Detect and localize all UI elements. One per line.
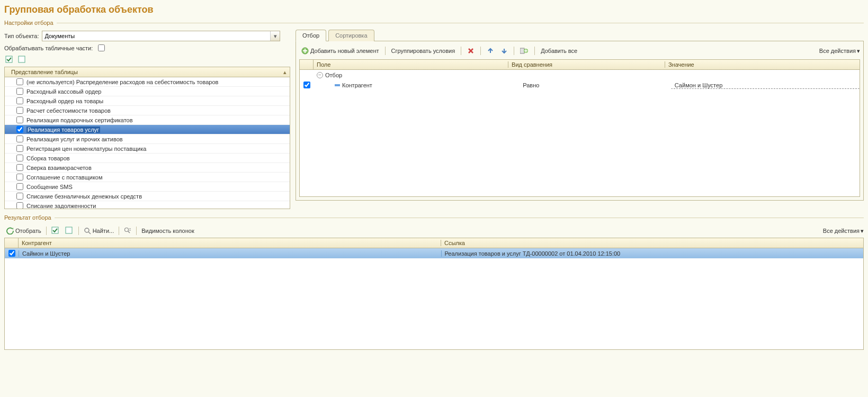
add-all-text-button[interactable]: Добавить все bbox=[539, 47, 579, 55]
condition-checkbox[interactable] bbox=[303, 82, 310, 88]
search-icon bbox=[84, 227, 91, 234]
dropdown-icon[interactable]: ▾ bbox=[270, 31, 280, 41]
result-check-all-icon[interactable] bbox=[49, 225, 62, 236]
tree-item[interactable]: Сборка товаров bbox=[5, 154, 290, 163]
tree-item[interactable]: Расчет себестоимости товаров bbox=[5, 106, 290, 115]
tree-item[interactable]: Соглашение с поставщиком bbox=[5, 173, 290, 182]
svg-rect-6 bbox=[66, 227, 72, 233]
tree-item-checkbox[interactable] bbox=[16, 88, 23, 95]
object-type-combobox[interactable]: ▾ bbox=[42, 31, 280, 41]
settings-fieldset-label: Настройки отбора bbox=[4, 20, 864, 26]
result-all-actions-button[interactable]: Все действия ▾ bbox=[823, 228, 864, 234]
filter-condition-row[interactable]: Контрагент Равно Саймон и Шустер bbox=[300, 80, 860, 90]
tree-item-label: (не используется) Распределение расходов… bbox=[26, 79, 218, 85]
tree-item-checkbox[interactable] bbox=[16, 155, 23, 161]
result-col-link: Ссылка bbox=[441, 240, 863, 246]
result-link: Реализация товаров и услуг ТД-00000002 о… bbox=[441, 250, 864, 257]
visibility-text-button[interactable]: Видимость колонок bbox=[139, 227, 196, 235]
sort-indicator-icon[interactable]: ▴ bbox=[283, 69, 287, 76]
tree-item[interactable]: Сообщение SMS bbox=[5, 182, 290, 192]
tree-item[interactable]: (не используется) Распределение расходов… bbox=[5, 77, 290, 87]
move-up-button[interactable] bbox=[485, 46, 496, 56]
process-tabular-checkbox[interactable] bbox=[98, 44, 105, 51]
tree-item[interactable]: Сверка взаиморасчетов bbox=[5, 163, 290, 173]
group-conditions-button[interactable]: Сгруппировать условия bbox=[389, 47, 458, 55]
check-all-icon[interactable] bbox=[4, 55, 15, 65]
object-type-label: Тип объекта: bbox=[4, 33, 39, 39]
result-fieldset-label: Результат отбора bbox=[4, 214, 864, 221]
tree-item-label: Списание задолженности bbox=[26, 203, 96, 209]
add-all-icon-button[interactable] bbox=[518, 46, 531, 56]
tree-item-checkbox[interactable] bbox=[16, 78, 23, 85]
field-icon bbox=[335, 84, 340, 86]
tree-item-label: Реализация товаров услуг bbox=[26, 127, 100, 133]
tree-item-checkbox[interactable] bbox=[16, 107, 23, 114]
arrow-down-icon bbox=[500, 47, 508, 55]
result-toolbar: Отобрать Найти... Видимость колонок Все … bbox=[4, 224, 864, 238]
all-actions-label: Все действия bbox=[819, 48, 856, 54]
result-col-contractor: Контрагент bbox=[19, 240, 441, 246]
condition-value: Саймон и Шустер bbox=[671, 82, 860, 89]
tree-list[interactable]: (не используется) Распределение расходов… bbox=[5, 77, 290, 209]
tree-item-checkbox[interactable] bbox=[16, 145, 23, 152]
filter-root-row[interactable]: − Отбор bbox=[300, 70, 860, 80]
tree-item-checkbox[interactable] bbox=[16, 136, 23, 142]
chevron-down-icon: ▾ bbox=[861, 228, 864, 234]
tree-item-label: Расходный кассовый ордер bbox=[26, 88, 101, 95]
svg-rect-1 bbox=[19, 56, 25, 62]
tree-item[interactable]: Реализация товаров услуг bbox=[5, 125, 290, 134]
tab-sort[interactable]: Сортировка bbox=[328, 30, 374, 41]
tree-item[interactable]: Списание задолженности bbox=[5, 201, 290, 209]
tree-item[interactable]: Расходный кассовый ордер bbox=[5, 87, 290, 96]
tree-item-checkbox[interactable] bbox=[16, 97, 23, 104]
tab-filter[interactable]: Отбор bbox=[296, 30, 326, 41]
tree-item-label: Списание безналичных денежных средств bbox=[26, 193, 142, 200]
condition-comparison: Равно bbox=[519, 82, 671, 89]
tree-item-label: Регистрация цен номенклатуры поставщика bbox=[26, 146, 146, 152]
add-element-label: Добавить новый элемент bbox=[310, 48, 379, 54]
tree-item[interactable]: Реализация подарочных сертификатов bbox=[5, 115, 290, 125]
process-tabular-label: Обрабатывать табличные части: bbox=[4, 45, 93, 51]
filter-col-field: Поле bbox=[314, 61, 508, 68]
tree-item-checkbox[interactable] bbox=[16, 126, 23, 133]
tree-item-checkbox[interactable] bbox=[16, 174, 23, 181]
add-element-button[interactable]: Добавить новый элемент bbox=[299, 46, 381, 56]
result-row-checkbox[interactable] bbox=[8, 250, 15, 257]
chevron-down-icon: ▾ bbox=[857, 48, 860, 55]
find-label: Найти... bbox=[93, 228, 114, 234]
tree-item-checkbox[interactable] bbox=[16, 193, 23, 200]
tree-item[interactable]: Расходный ордер на товары bbox=[5, 96, 290, 106]
tree-item-label: Сверка взаиморасчетов bbox=[26, 165, 92, 171]
svg-point-7 bbox=[85, 228, 89, 232]
delete-button[interactable] bbox=[465, 46, 477, 56]
result-row[interactable]: Саймон и ШустерРеализация товаров и услу… bbox=[5, 248, 863, 258]
svg-rect-3 bbox=[520, 48, 524, 53]
arrow-up-icon bbox=[487, 47, 494, 55]
column-visibility-button[interactable] bbox=[122, 226, 133, 236]
find-button[interactable]: Найти... bbox=[82, 226, 117, 236]
tree-item-checkbox[interactable] bbox=[16, 116, 23, 123]
all-actions-button[interactable]: Все действия ▾ bbox=[819, 48, 860, 55]
result-contractor: Саймон и Шустер bbox=[19, 250, 441, 257]
collapse-icon[interactable]: − bbox=[317, 72, 323, 78]
move-down-button[interactable] bbox=[498, 46, 510, 56]
svg-rect-5 bbox=[52, 227, 58, 233]
settings-label-text: Настройки отбора bbox=[4, 20, 53, 26]
tabs: Отбор Сортировка bbox=[296, 29, 864, 41]
result-uncheck-all-icon[interactable] bbox=[63, 225, 76, 236]
tree-item[interactable]: Реализация услуг и прочих активов bbox=[5, 134, 290, 144]
filter-root-label: Отбор bbox=[325, 72, 342, 78]
svg-point-8 bbox=[125, 228, 129, 232]
tree-item-checkbox[interactable] bbox=[16, 183, 23, 190]
tree-item-checkbox[interactable] bbox=[16, 164, 23, 171]
filter-toolbar: Добавить новый элемент Сгруппировать усл… bbox=[299, 44, 860, 57]
select-button[interactable]: Отобрать bbox=[4, 226, 43, 236]
tree-item[interactable]: Списание безналичных денежных средств bbox=[5, 192, 290, 201]
result-label-text: Результат отбора bbox=[4, 214, 51, 221]
tree-header: Представление таблицы bbox=[8, 69, 81, 75]
tree-item[interactable]: Регистрация цен номенклатуры поставщика bbox=[5, 144, 290, 154]
uncheck-all-icon[interactable] bbox=[17, 55, 28, 65]
object-type-input[interactable] bbox=[42, 33, 270, 39]
tree-item-checkbox[interactable] bbox=[16, 202, 23, 209]
result-table: Контрагент Ссылка Саймон и ШустерРеализа… bbox=[4, 238, 864, 350]
